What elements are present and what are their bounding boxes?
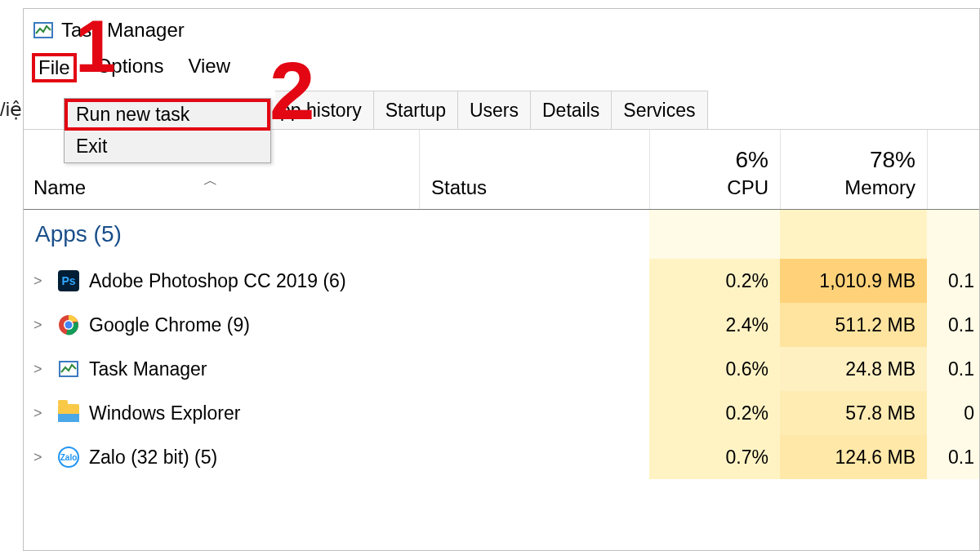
process-name: Zalo (32 bit) (5) <box>89 447 217 469</box>
memory-label: Memory <box>844 176 915 199</box>
table-row[interactable]: > Zalo Zalo (32 bit) (5) 0.7% 124.6 MB 0… <box>24 435 979 479</box>
memory-value: 124.6 MB <box>780 435 927 479</box>
expand-icon[interactable]: > <box>33 273 48 290</box>
column-header-status[interactable]: Status <box>419 130 649 209</box>
process-name: Adobe Photoshop CC 2019 (6) <box>89 270 346 292</box>
photoshop-icon: Ps <box>58 270 79 291</box>
process-name: Google Chrome (9) <box>89 314 250 336</box>
svg-point-3 <box>65 322 73 329</box>
menubar: File Options View <box>24 50 979 91</box>
task-manager-window: Task Manager File Options View Processes… <box>23 8 980 551</box>
callout-step-1: 1 <box>75 5 116 89</box>
expand-icon[interactable]: > <box>33 449 48 466</box>
cpu-value: 0.6% <box>649 347 780 391</box>
callout-step-2: 2 <box>270 44 315 138</box>
file-menu-dropdown: Run new task Exit <box>64 98 271 163</box>
extra-value: 0 <box>927 391 979 435</box>
cpu-value: 0.2% <box>649 391 780 435</box>
process-name: Windows Explorer <box>89 402 240 424</box>
cpu-value: 0.2% <box>649 259 780 303</box>
zalo-icon: Zalo <box>58 447 79 468</box>
column-header-memory[interactable]: 78% Memory <box>780 130 927 209</box>
process-name: Task Manager <box>89 358 207 380</box>
table-row[interactable]: > Task Manager 0.6% 24.8 MB 0.1 <box>24 347 979 391</box>
cpu-label: CPU <box>727 176 768 199</box>
explorer-icon <box>58 402 79 424</box>
expand-icon[interactable]: > <box>33 317 48 334</box>
memory-usage-percent: 78% <box>870 147 915 173</box>
menu-item-run-new-task[interactable]: Run new task <box>65 99 270 131</box>
table-row[interactable]: > Windows Explorer 0.2% 57.8 MB 0 <box>24 391 979 435</box>
tab-startup[interactable]: Startup <box>374 91 458 129</box>
menu-file[interactable]: File <box>32 53 77 82</box>
group-apps-label: Apps (5) <box>24 210 419 259</box>
extra-value: 0.1 <box>927 303 979 347</box>
chrome-icon <box>58 314 79 335</box>
table-row[interactable]: > Google Chrome (9) 2.4% 511.2 MB 0.1 <box>24 303 979 347</box>
memory-value: 24.8 MB <box>780 347 927 391</box>
tab-details[interactable]: Details <box>531 91 612 129</box>
tab-services[interactable]: Services <box>612 91 707 129</box>
column-header-next[interactable] <box>927 130 979 209</box>
memory-value: 57.8 MB <box>780 391 927 435</box>
task-manager-icon <box>33 22 53 38</box>
extra-value: 0.1 <box>927 435 979 479</box>
collapse-caret-icon[interactable]: ︿ <box>203 171 218 190</box>
cpu-value: 2.4% <box>649 303 780 347</box>
menu-item-exit[interactable]: Exit <box>65 131 270 162</box>
extra-value: 0.1 <box>927 347 979 391</box>
group-apps[interactable]: Apps (5) <box>24 210 979 259</box>
expand-icon[interactable]: > <box>33 361 48 378</box>
tab-users[interactable]: Users <box>458 91 531 129</box>
extra-value: 0.1 <box>927 259 979 303</box>
process-list: Apps (5) > Ps Adobe Photoshop CC 2019 (6… <box>24 210 979 551</box>
table-row[interactable]: > Ps Adobe Photoshop CC 2019 (6) 0.2% 1,… <box>24 259 979 303</box>
cpu-value: 0.7% <box>649 435 780 479</box>
memory-value: 1,010.9 MB <box>780 259 927 303</box>
titlebar: Task Manager <box>24 9 979 50</box>
cpu-usage-percent: 6% <box>736 147 768 173</box>
column-header-cpu[interactable]: 6% CPU <box>649 130 780 209</box>
menu-view[interactable]: View <box>183 53 235 82</box>
task-manager-row-icon <box>58 358 79 380</box>
background-text-fragment: /iệ <box>0 98 22 121</box>
expand-icon[interactable]: > <box>33 405 48 422</box>
memory-value: 511.2 MB <box>780 303 927 347</box>
